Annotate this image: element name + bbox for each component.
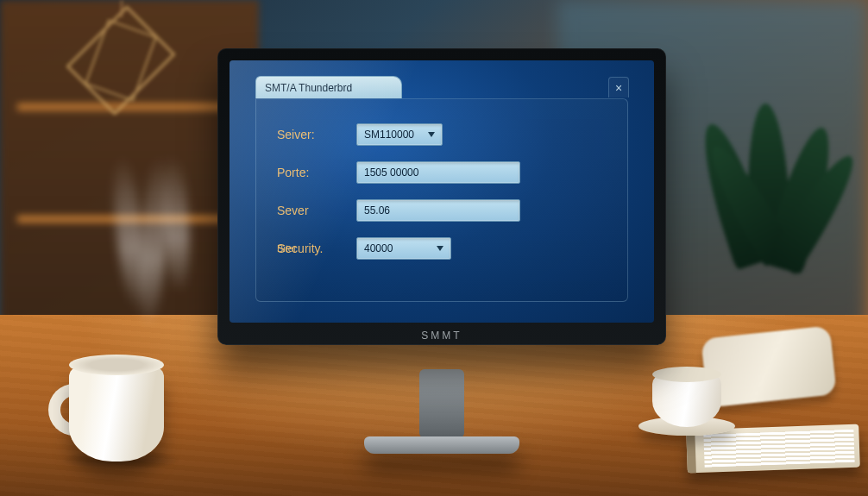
book-title-text: OLLA TUNTIFTURS [763, 451, 847, 463]
dialog-tab-title: SMT/A Thunderbrd [265, 82, 352, 94]
sever-input[interactable]: 55.06 [356, 199, 520, 222]
label-security-sub: Biter [277, 243, 297, 254]
plant [704, 104, 842, 328]
monitor-stand-neck [419, 369, 464, 438]
row-porte: Porte: 1505 00000 [277, 161, 607, 184]
row-server: Seiver: SM110000 [277, 123, 607, 146]
chevron-down-icon [428, 132, 435, 137]
screen: SMT/A Thunderbrd × Seiver: SM110000 [230, 60, 654, 323]
label-sever: Sever [277, 204, 356, 217]
monitor-bezel: SMMT SMT/A Thunderbrd × Seiver: SM110 [217, 48, 666, 345]
porte-input[interactable]: 1505 00000 [356, 161, 520, 184]
security-select[interactable]: 40000 [356, 237, 451, 260]
chevron-down-icon [437, 246, 443, 251]
sever-value: 55.06 [364, 204, 390, 217]
monitor: SMMT SMT/A Thunderbrd × Seiver: SM110 [217, 48, 666, 454]
label-server: Seiver: [277, 128, 356, 141]
server-value: SM110000 [364, 129, 414, 141]
dialog-tab[interactable]: SMT/A Thunderbrd [255, 76, 402, 98]
coffee-mug [52, 349, 181, 461]
scene: OLLA TUNTIFTURS SMMT SMT/A Thunderbrd [0, 0, 868, 496]
steam [116, 155, 194, 336]
label-porte: Porte: [277, 166, 356, 179]
monitor-brand: SMMT [217, 330, 666, 342]
hanging-ornament [69, 0, 173, 121]
close-icon: × [615, 81, 622, 95]
dialog-panel: × Seiver: SM110000 Porte: [255, 98, 628, 302]
monitor-stand-base [364, 436, 519, 454]
settings-dialog: SMT/A Thunderbrd × Seiver: SM110000 [255, 76, 628, 302]
label-security: Biter Security. [277, 242, 356, 255]
security-value: 40000 [364, 242, 393, 254]
close-button[interactable]: × [608, 77, 629, 97]
row-sever: Sever 55.06 [277, 199, 607, 222]
porte-value: 1505 00000 [364, 166, 418, 179]
server-select[interactable]: SM110000 [356, 123, 443, 146]
row-security: Biter Security. 40000 [277, 237, 607, 260]
